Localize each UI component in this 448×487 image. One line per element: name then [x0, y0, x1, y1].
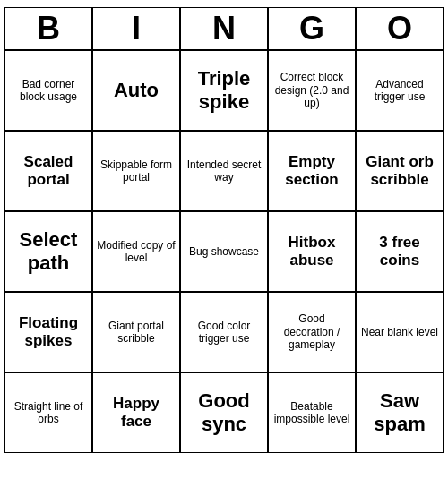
cell-17: Good color trigger use: [180, 292, 268, 372]
cell-text-24: Saw spam: [360, 389, 439, 437]
cell-23: Beatable impossible level: [268, 372, 356, 453]
cell-text-17: Good color trigger use: [185, 320, 263, 346]
cell-10: Select path: [4, 211, 92, 292]
cell-text-21: Happy face: [97, 395, 176, 431]
cell-22: Good sync: [180, 372, 268, 453]
cell-9: Giant orb scribble: [356, 131, 444, 211]
cell-4: Advanced trigger use: [356, 50, 444, 131]
cell-8: Empty section: [268, 131, 356, 211]
cell-text-20: Straight line of orbs: [9, 400, 88, 426]
cell-3: Correct block design (2.0 and up): [268, 50, 356, 131]
cell-6: Skippable form portal: [92, 131, 180, 211]
cell-text-2: Triple spike: [185, 67, 263, 115]
cell-text-16: Giant portal scribble: [97, 320, 176, 346]
cell-0: Bad corner block usage: [4, 50, 92, 131]
cell-text-22: Good sync: [185, 389, 263, 437]
cell-text-9: Giant orb scribble: [360, 153, 439, 190]
cell-text-5: Scaled portal: [9, 153, 88, 190]
cell-18: Good decoration / gameplay: [268, 292, 356, 372]
cell-text-6: Skippable form portal: [97, 158, 176, 184]
cell-20: Straight line of orbs: [4, 372, 92, 453]
cell-text-3: Correct block design (2.0 and up): [272, 71, 351, 109]
cell-16: Giant portal scribble: [92, 292, 180, 372]
cell-text-13: Hitbox abuse: [272, 234, 351, 270]
cell-text-23: Beatable impossible level: [272, 400, 351, 426]
cell-21: Happy face: [92, 372, 180, 453]
bingo-card: BINGO Bad corner block usageAutoTriple s…: [4, 7, 444, 453]
header-letter-G: G: [268, 7, 356, 50]
cell-text-0: Bad corner block usage: [9, 78, 88, 104]
cell-5: Scaled portal: [4, 131, 92, 211]
cell-text-7: Intended secret way: [185, 158, 263, 184]
cell-text-8: Empty section: [272, 153, 351, 190]
cell-text-19: Near blank level: [361, 326, 438, 338]
header-letter-O: O: [356, 7, 444, 50]
header-letter-N: N: [180, 7, 268, 50]
cell-text-10: Select path: [9, 228, 88, 276]
cell-24: Saw spam: [356, 372, 444, 453]
cell-text-11: Modified copy of level: [97, 239, 176, 265]
cell-text-12: Bug showcase: [189, 245, 259, 258]
cell-text-14: 3 free coins: [360, 234, 439, 270]
bingo-grid: Bad corner block usageAutoTriple spikeCo…: [4, 50, 444, 453]
cell-2: Triple spike: [180, 50, 268, 131]
bingo-header: BINGO: [4, 7, 444, 50]
header-letter-B: B: [4, 7, 92, 50]
header-letter-I: I: [92, 7, 180, 50]
cell-13: Hitbox abuse: [268, 211, 356, 292]
cell-11: Modified copy of level: [92, 211, 180, 292]
cell-text-4: Advanced trigger use: [360, 78, 439, 104]
cell-19: Near blank level: [356, 292, 444, 372]
cell-14: 3 free coins: [356, 211, 444, 292]
cell-text-15: Floating spikes: [9, 314, 88, 351]
cell-1: Auto: [92, 50, 180, 131]
cell-15: Floating spikes: [4, 292, 92, 372]
cell-text-18: Good decoration / gameplay: [272, 312, 351, 351]
cell-text-1: Auto: [114, 79, 159, 102]
cell-7: Intended secret way: [180, 131, 268, 211]
cell-12: Bug showcase: [180, 211, 268, 292]
